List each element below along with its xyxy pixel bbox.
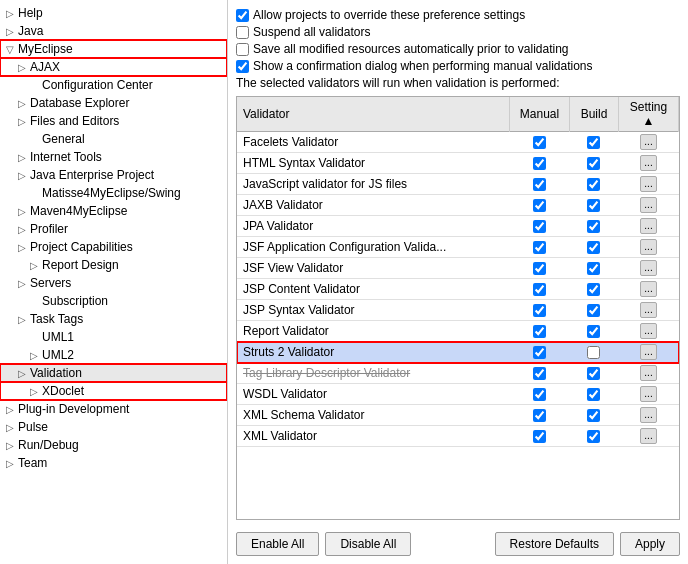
tree-item-uml1[interactable]: UML1 [0,328,227,346]
validator-dots-btn-0[interactable]: ... [640,134,656,150]
disable-all-button[interactable]: Disable All [325,532,411,556]
validator-row-11[interactable]: Tag Library Descriptor Validator... [237,363,679,384]
validator-dots-btn-2[interactable]: ... [640,176,656,192]
tree-item-uml2[interactable]: ▷UML2 [0,346,227,364]
validator-manual-cb-0[interactable] [533,136,546,149]
tree-item-config-center[interactable]: Configuration Center [0,76,227,94]
validator-build-cb-5[interactable] [587,241,600,254]
validator-row-6[interactable]: JSF View Validator... [237,258,679,279]
tree-item-subscription[interactable]: Subscription [0,292,227,310]
validator-manual-cb-6[interactable] [533,262,546,275]
settings-checkbox-3[interactable] [236,60,249,73]
validator-build-cb-11[interactable] [587,367,600,380]
validator-row-0[interactable]: Facelets Validator... [237,132,679,153]
tree-item-help[interactable]: ▷Help [0,4,227,22]
validator-row-12[interactable]: WSDL Validator... [237,384,679,405]
validator-manual-cb-13[interactable] [533,409,546,422]
tree-item-java-enterprise[interactable]: ▷Java Enterprise Project [0,166,227,184]
validator-dots-btn-5[interactable]: ... [640,239,656,255]
tree-item-java[interactable]: ▷Java [0,22,227,40]
validator-build-cb-14[interactable] [587,430,600,443]
tree-item-matisse[interactable]: Matisse4MyEclipse/Swing [0,184,227,202]
validator-manual-cb-5[interactable] [533,241,546,254]
tree-item-task-tags[interactable]: ▷Task Tags [0,310,227,328]
tree-item-validation[interactable]: ▷Validation [0,364,227,382]
tree-item-project-caps[interactable]: ▷Project Capabilities [0,238,227,256]
validator-manual-cb-9[interactable] [533,325,546,338]
validator-row-1[interactable]: HTML Syntax Validator... [237,153,679,174]
validator-row-5[interactable]: JSF Application Configuration Valida....… [237,237,679,258]
settings-checkbox-0[interactable] [236,9,249,22]
validator-row-13[interactable]: XML Schema Validator... [237,405,679,426]
validator-row-4[interactable]: JPA Validator... [237,216,679,237]
validator-row-3[interactable]: JAXB Validator... [237,195,679,216]
tree-label-subscription: Subscription [40,293,110,309]
validator-build-cb-6[interactable] [587,262,600,275]
validator-build-cb-12[interactable] [587,388,600,401]
validator-dots-10: ... [619,342,679,363]
apply-button[interactable]: Apply [620,532,680,556]
validator-dots-btn-10[interactable]: ... [640,344,656,360]
validator-dots-btn-11[interactable]: ... [640,365,656,381]
validator-build-cb-9[interactable] [587,325,600,338]
validator-row-7[interactable]: JSP Content Validator... [237,279,679,300]
settings-checkbox-1[interactable] [236,26,249,39]
validator-build-cb-0[interactable] [587,136,600,149]
validator-manual-cb-8[interactable] [533,304,546,317]
tree-item-general[interactable]: General [0,130,227,148]
tree-item-maven[interactable]: ▷Maven4MyEclipse [0,202,227,220]
bottom-left-buttons: Enable All Disable All [236,532,411,556]
validator-manual-cb-4[interactable] [533,220,546,233]
validator-dots-btn-13[interactable]: ... [640,407,656,423]
tree-item-report-design[interactable]: ▷Report Design [0,256,227,274]
restore-defaults-button[interactable]: Restore Defaults [495,532,614,556]
validator-build-cb-13[interactable] [587,409,600,422]
tree-item-profiler[interactable]: ▷Profiler [0,220,227,238]
validator-manual-cb-14[interactable] [533,430,546,443]
validator-manual-cb-3[interactable] [533,199,546,212]
tree-item-internet-tools[interactable]: ▷Internet Tools [0,148,227,166]
validator-manual-cb-10[interactable] [533,346,546,359]
validator-manual-cb-1[interactable] [533,157,546,170]
validator-row-10[interactable]: Struts 2 Validator... [237,342,679,363]
validator-row-9[interactable]: Report Validator... [237,321,679,342]
tree-item-run-debug[interactable]: ▷Run/Debug [0,436,227,454]
validator-dots-btn-8[interactable]: ... [640,302,656,318]
validator-manual-cb-11[interactable] [533,367,546,380]
tree-item-xdoclet[interactable]: ▷XDoclet [0,382,227,400]
tree-item-myeclipse[interactable]: ▽MyEclipse [0,40,227,58]
validator-name-5: JSF Application Configuration Valida... [237,237,510,258]
validator-manual-cb-12[interactable] [533,388,546,401]
validator-manual-cb-7[interactable] [533,283,546,296]
tree-item-servers[interactable]: ▷Servers [0,274,227,292]
tree-item-db-explorer[interactable]: ▷Database Explorer [0,94,227,112]
validator-dots-btn-3[interactable]: ... [640,197,656,213]
validator-dots-btn-14[interactable]: ... [640,428,656,444]
settings-checkbox-2[interactable] [236,43,249,56]
validator-dots-btn-7[interactable]: ... [640,281,656,297]
enable-all-button[interactable]: Enable All [236,532,319,556]
validator-build-cb-8[interactable] [587,304,600,317]
validator-table-container[interactable]: Validator Manual Build Setting ▲ Facelet… [236,96,680,520]
validator-dots-btn-1[interactable]: ... [640,155,656,171]
validator-dots-btn-6[interactable]: ... [640,260,656,276]
tree-item-plug-in-dev[interactable]: ▷Plug-in Development [0,400,227,418]
validator-dots-btn-9[interactable]: ... [640,323,656,339]
validator-build-cb-1[interactable] [587,157,600,170]
tree-item-pulse[interactable]: ▷Pulse [0,418,227,436]
validator-dots-btn-12[interactable]: ... [640,386,656,402]
validator-build-cb-10[interactable] [587,346,600,359]
tree-item-team[interactable]: ▷Team [0,454,227,472]
validator-build-cb-4[interactable] [587,220,600,233]
tree-item-files-editors[interactable]: ▷Files and Editors [0,112,227,130]
validator-build-cb-3[interactable] [587,199,600,212]
tree-item-ajax[interactable]: ▷AJAX [0,58,227,76]
validator-dots-btn-4[interactable]: ... [640,218,656,234]
validator-row-2[interactable]: JavaScript validator for JS files... [237,174,679,195]
validator-build-cb-7[interactable] [587,283,600,296]
tree-arrow-help: ▷ [4,8,16,19]
validator-build-cb-2[interactable] [587,178,600,191]
validator-manual-cb-2[interactable] [533,178,546,191]
validator-row-14[interactable]: XML Validator... [237,426,679,447]
validator-row-8[interactable]: JSP Syntax Validator... [237,300,679,321]
